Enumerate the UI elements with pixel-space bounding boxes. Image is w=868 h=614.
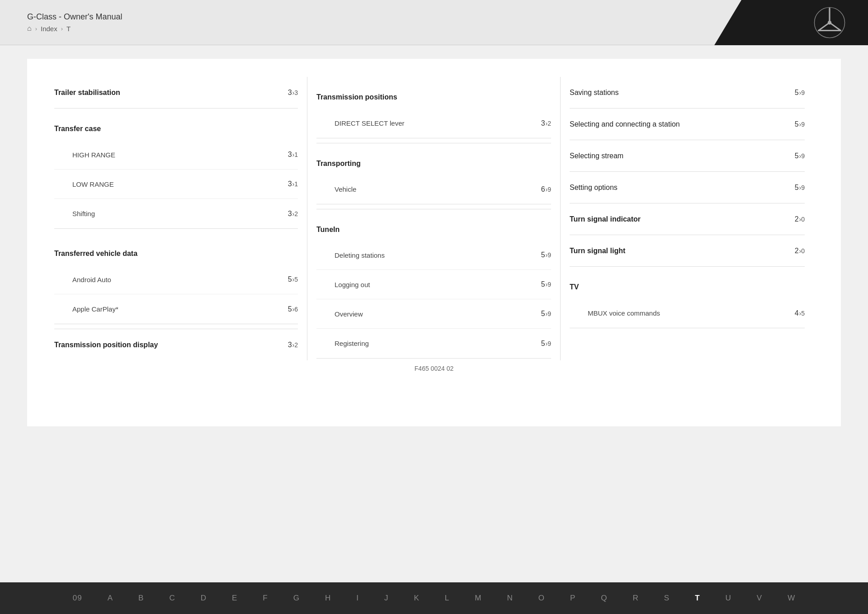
entry-trailer-stabilisation[interactable]: Trailer stabilisation 3›3 [54,77,298,109]
entry-transporting[interactable]: Transporting [316,143,551,175]
nav-S[interactable]: S [651,594,682,603]
entry-logging-out[interactable]: Logging out 5›9 [316,270,551,299]
entry-tunein[interactable]: TuneIn [316,209,551,241]
sub-group-tv: MBUX voice commands 4›5 [570,298,805,328]
ref-turn-signal-light: 2›0 [795,247,805,255]
label-turn-signal-light: Turn signal light [570,247,790,255]
breadcrumb: ⌂ › Index › T [27,24,123,33]
entry-vehicle[interactable]: Vehicle 6›9 [316,175,551,204]
nav-A[interactable]: A [95,594,126,603]
label-turn-signal-indicator: Turn signal indicator [570,215,790,223]
nav-G[interactable]: G [281,594,312,603]
label-mbux-voice-commands: MBUX voice commands [588,309,660,317]
column-1: Trailer stabilisation 3›3 Transfer case … [54,77,307,360]
nav-U[interactable]: U [713,594,744,603]
nav-O[interactable]: O [526,594,557,603]
entry-tv[interactable]: TV [570,267,805,298]
entry-registering[interactable]: Registering 5›9 [316,329,551,358]
ref-android-auto: 5›5 [288,275,298,283]
nav-T[interactable]: T [682,594,712,603]
entry-turn-signal-light[interactable]: Turn signal light 2›0 [570,235,805,267]
entry-saving-stations[interactable]: Saving stations 5›9 [570,77,805,109]
entry-transfer-case[interactable]: Transfer case [54,109,298,140]
nav-09[interactable]: 09 [60,594,95,603]
mercedes-logo [814,7,845,38]
entry-direct-select-lever[interactable]: DIRECT SELECT lever 3›2 [316,109,551,138]
ref-vehicle: 6›9 [541,185,551,194]
label-selecting-stream: Selecting stream [570,152,790,160]
entry-shifting[interactable]: Shifting 3›2 [54,199,298,228]
breadcrumb-index[interactable]: Index [41,25,57,33]
home-icon[interactable]: ⌂ [27,24,32,33]
ref-low-range: 3›1 [288,180,298,188]
entry-transferred-vehicle-data[interactable]: Transferred vehicle data [54,233,298,265]
nav-P[interactable]: P [557,594,588,603]
nav-L[interactable]: L [432,594,462,603]
nav-Q[interactable]: Q [588,594,620,603]
ref-logging-out: 5›9 [541,280,551,288]
label-logging-out: Logging out [335,281,370,288]
ref-overview: 5›9 [541,310,551,318]
sub-group-transferred-vehicle-data: Android Auto 5›5 Apple CarPlay* 5›6 [54,265,298,324]
entry-low-range[interactable]: LOW RANGE 3›1 [54,170,298,199]
nav-R[interactable]: R [620,594,651,603]
header-left: G-Class - Owner's Manual ⌂ › Index › T [27,12,123,33]
ref-setting-options: 5›9 [795,184,805,192]
label-android-auto: Android Auto [72,276,111,283]
label-high-range: HIGH RANGE [72,151,115,159]
nav-H[interactable]: H [312,594,344,603]
nav-E[interactable]: E [219,594,250,603]
nav-C[interactable]: C [156,594,188,603]
label-transmission-positions: Transmission positions [316,93,551,101]
entry-setting-options[interactable]: Setting options 5›9 [570,172,805,203]
nav-W[interactable]: W [775,594,808,603]
nav-J[interactable]: J [372,594,401,603]
column-3: Saving stations 5›9 Selecting and connec… [561,77,814,360]
sub-group-tunein: Deleting stations 5›9 Logging out 5›9 Ov… [316,241,551,359]
label-tunein: TuneIn [316,226,551,234]
ref-direct-select-lever: 3›2 [541,119,551,128]
entry-selecting-stream[interactable]: Selecting stream 5›9 [570,140,805,172]
nav-B[interactable]: B [126,594,156,603]
label-transferred-vehicle-data: Transferred vehicle data [54,250,298,258]
entry-deleting-stations[interactable]: Deleting stations 5›9 [316,241,551,270]
manual-title: G-Class - Owner's Manual [27,12,123,22]
ref-apple-carplay: 5›6 [288,305,298,313]
entry-high-range[interactable]: HIGH RANGE 3›1 [54,140,298,170]
entry-apple-carplay[interactable]: Apple CarPlay* 5›6 [54,294,298,324]
nav-F[interactable]: F [250,594,280,603]
ref-turn-signal-indicator: 2›0 [795,215,805,223]
nav-K[interactable]: K [401,594,432,603]
label-apple-carplay: Apple CarPlay* [72,305,118,313]
label-registering: Registering [335,340,369,347]
label-direct-select-lever: DIRECT SELECT lever [335,119,405,127]
breadcrumb-sep-1: › [35,25,37,32]
nav-M[interactable]: M [462,594,494,603]
nav-D[interactable]: D [188,594,219,603]
nav-I[interactable]: I [344,594,372,603]
breadcrumb-sep-2: › [61,25,63,32]
entry-android-auto[interactable]: Android Auto 5›5 [54,265,298,294]
entry-label-transfer-case: Transfer case [54,125,298,133]
ref-selecting-connecting-station: 5›9 [795,120,805,128]
nav-N[interactable]: N [494,594,525,603]
label-deleting-stations: Deleting stations [335,251,385,259]
sub-group-transporting: Vehicle 6›9 [316,175,551,204]
label-selecting-connecting-station: Selecting and connecting a station [570,120,790,128]
label-vehicle: Vehicle [335,185,356,193]
column-2: Transmission positions DIRECT SELECT lev… [307,77,561,360]
entry-overview[interactable]: Overview 5›9 [316,299,551,329]
entry-transmission-position-display[interactable]: Transmission position display 3›2 [54,329,298,360]
nav-V[interactable]: V [744,594,775,603]
entry-transmission-positions[interactable]: Transmission positions [316,77,551,109]
ref-high-range: 3›1 [288,151,298,159]
label-saving-stations: Saving stations [570,89,790,97]
ref-deleting-stations: 5›9 [541,251,551,259]
label-transporting: Transporting [316,160,551,168]
entry-selecting-connecting-station[interactable]: Selecting and connecting a station 5›9 [570,109,805,140]
entry-turn-signal-indicator[interactable]: Turn signal indicator 2›0 [570,203,805,235]
footer-code: F465 0024 02 [54,360,814,408]
entry-mbux-voice-commands[interactable]: MBUX voice commands 4›5 [570,298,805,328]
ref-saving-stations: 5›9 [795,89,805,97]
ref-transmission-position-display: 3›2 [288,341,298,349]
